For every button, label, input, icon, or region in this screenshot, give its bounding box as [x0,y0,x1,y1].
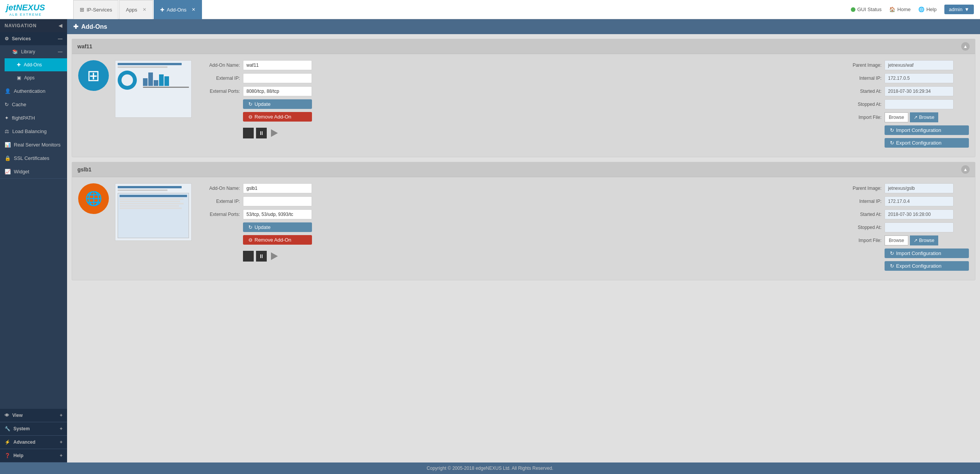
gslb1-name-input[interactable] [243,183,312,193]
tab-apps-close[interactable]: ✕ [143,7,146,12]
sidebar-item-advanced[interactable]: ⚡ Advanced + [0,436,67,449]
table-row-2 [120,201,180,202]
gslb1-export-config-button[interactable]: ↻ Export Configuration [885,261,969,271]
table-header [120,195,187,197]
gslb1-import-file-controls: Browse ↗ Browse [885,235,938,245]
waf11-name-input[interactable] [243,60,312,70]
gslb1-play-button[interactable] [269,251,280,262]
waf11-external-ip-input[interactable] [243,73,312,83]
bar4 [159,74,164,86]
sidebar-section-system: 🔧 System + [0,422,67,436]
sidebar-item-authentication[interactable]: 👤 Authentication [0,84,67,98]
sidebar-item-load-balancing[interactable]: ⚖ Load Balancing [0,125,67,138]
gui-status-item[interactable]: GUI Status [851,7,882,12]
help-icon: 🌐 [918,7,924,12]
gslb1-started-at-label: Started At: [843,212,882,217]
advanced-label: Advanced [13,439,35,445]
tab-ip-services[interactable]: ⊞ IP-Services [73,0,118,19]
sidebar-item-real-server-monitors[interactable]: 📊 Real Server Monitors [0,138,67,151]
sidebar-item-apps[interactable]: ▣ Apps [5,71,67,84]
gslb1-remove-button[interactable]: ⊖ Remove Add-On [243,235,312,245]
preview-bar-2 [118,66,167,68]
waf11-browse-button2[interactable]: ↗ Browse [910,112,938,122]
authentication-icon: 👤 [5,88,11,94]
gui-status-label: GUI Status [857,7,882,12]
logo-area: jetNEXUS ALB EXTREME [6,3,73,16]
gslb1-browse-button2[interactable]: ↗ Browse [910,235,938,245]
gui-status-dot [851,7,855,12]
gslb1-pause-button[interactable]: ⏸ [256,251,267,262]
tab-add-ons[interactable]: ✚ Add-Ons ✕ [154,0,202,19]
system-icon: 🔧 [5,426,10,431]
help-item[interactable]: 🌐 Help [918,7,937,12]
gslb1-external-ports-input[interactable] [243,209,312,219]
home-icon: 🏠 [889,7,895,12]
bar3 [154,80,158,86]
view-plus-icon[interactable]: + [60,413,62,418]
gslb1-update-button[interactable]: ↻ Update [243,222,312,232]
view-icon: 👁 [5,413,9,418]
logo-text: jetNEXUS [6,3,45,13]
sidebar-item-add-ons[interactable]: ✚ Add-Ons [5,58,67,71]
apps-icon: ▣ [17,75,21,81]
waf11-pause-button[interactable]: ⏸ [256,128,267,138]
preview-donut-inner [121,74,133,86]
gslb1-browse-button[interactable]: Browse [885,235,908,245]
services-plus-icon[interactable]: — [58,36,62,41]
library-minus-icon[interactable]: — [58,49,62,54]
gslb1-stop-button[interactable] [243,251,254,262]
waf11-export-config-row: ↻ Export Configuration [843,138,969,148]
advanced-plus-icon[interactable]: + [60,439,62,445]
gslb1-media-row: ⏸ [198,248,837,262]
waf11-collapse-button[interactable]: ▲ [961,42,970,51]
sidebar-item-ssl-certificates[interactable]: 🔒 SSL Certificates [0,151,67,165]
waf11-external-ports-input[interactable] [243,86,312,96]
home-item[interactable]: 🏠 Home [889,7,911,12]
sidebar-item-view[interactable]: 👁 View + [0,409,67,422]
tab-add-ons-close[interactable]: ✕ [192,7,195,12]
gslb1-external-ip-label: External IP: [198,199,240,204]
admin-button[interactable]: admin ▼ [944,5,974,14]
gslb1-preview-content [115,184,191,240]
sidebar-collapse-button[interactable]: ◀ [59,23,62,28]
waf11-stop-button[interactable] [243,128,254,138]
top-bar-left: jetNEXUS ALB EXTREME ⊞ IP-Services Apps … [6,0,203,19]
library-icon: 📚 [12,49,18,54]
gslb1-import-config-button[interactable]: ↻ Import Configuration [885,249,969,258]
waf11-browse-button[interactable]: Browse [885,112,908,122]
real-server-monitors-icon: 📊 [5,142,11,148]
system-plus-icon[interactable]: + [60,426,62,431]
logo-subtitle: ALB EXTREME [6,13,45,16]
gslb1-external-ip-input[interactable] [243,196,312,206]
table-row-1 [120,198,184,200]
waf11-play-button[interactable] [269,128,280,138]
waf11-update-button[interactable]: ↻ Update [243,99,312,109]
logo: jetNEXUS ALB EXTREME [6,3,45,16]
load-balancing-icon: ⚖ [5,128,9,134]
cache-icon: ↻ [5,102,9,107]
waf11-started-at-row: Started At: [843,86,969,96]
sidebar-item-widget[interactable]: 📈 Widget [0,165,67,178]
gslb1-internal-ip-row: Internal IP: [843,196,969,206]
sidebar-item-library[interactable]: 📚 Library — [5,45,67,58]
gslb1-header: gslb1 ▲ [72,162,975,177]
footer-text: Copyright © 2005-2018 edgeNEXUS Ltd. All… [427,466,553,471]
stopped-at-label: Stopped At: [843,102,882,107]
gslb1-export-config-row: ↻ Export Configuration [843,261,969,271]
sidebar-item-flightpath[interactable]: ✦ flightPATH [0,111,67,125]
help-plus-icon[interactable]: + [60,453,62,458]
waf11-import-config-button[interactable]: ↻ Import Configuration [885,125,969,135]
sidebar-item-cache[interactable]: ↻ Cache [0,98,67,111]
sidebar-item-system[interactable]: 🔧 System + [0,422,67,435]
waf11-export-config-button[interactable]: ↻ Export Configuration [885,138,969,148]
browse2-icon: ↗ [914,115,918,120]
gslb-preview-bar-2 [118,189,167,191]
gslb1-collapse-button[interactable]: ▲ [961,165,970,174]
waf11-preview-content [115,61,191,117]
play-triangle-icon [271,129,278,137]
tab-apps[interactable]: Apps ✕ [119,0,153,19]
waf11-remove-button[interactable]: ⊖ Remove Add-On [243,112,312,122]
sidebar-item-help[interactable]: ❓ Help + [0,449,67,462]
sidebar-item-services[interactable]: ⚙ Services — [0,32,67,45]
admin-chevron-icon: ▼ [964,7,969,12]
